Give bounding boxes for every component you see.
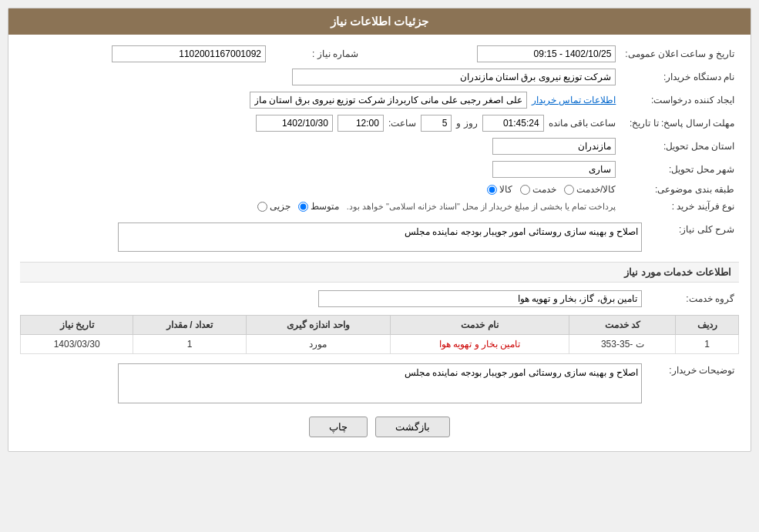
col-date: تاریخ نیاز xyxy=(21,316,133,335)
time-label: ساعت: xyxy=(388,118,416,129)
services-section-header: اطلاعات خدمات مورد نیاز xyxy=(20,262,739,283)
send-deadline-label: مهلت ارسال پاسخ: تا تاریخ: xyxy=(620,112,739,135)
category-label: طبقه بندی موضوعی: xyxy=(620,181,739,198)
col-row-num: ردیف xyxy=(676,316,739,335)
city-input xyxy=(492,161,616,178)
announce-input xyxy=(477,45,616,62)
cell-unit: مورد xyxy=(246,335,390,354)
category-khadamat-item: خدمت xyxy=(520,184,556,195)
purchase-jozii-item: جزیی xyxy=(257,201,291,212)
days-input xyxy=(421,115,452,132)
category-khadamat-radio[interactable] xyxy=(520,185,530,195)
category-kala-khadamat-item: کالا/خدمت xyxy=(564,184,616,195)
date-input xyxy=(256,115,333,132)
row-buyer-org: نام دستگاه خریدار: xyxy=(20,65,739,89)
row-province: استان محل تحویل: xyxy=(20,135,739,158)
row-send-deadline: مهلت ارسال پاسخ: تا تاریخ: ساعت باقی مان… xyxy=(20,112,739,135)
cell-row-num: 1 xyxy=(676,335,739,354)
service-group-table: گروه خدمت: xyxy=(20,287,739,310)
description-table: شرح کلی نیاز: xyxy=(20,219,739,257)
announce-value xyxy=(394,42,620,65)
service-group-input xyxy=(318,290,642,307)
page-container: جزئیات اطلاعات نیاز تاریخ و ساعت اعلان ع… xyxy=(0,0,759,532)
category-kala-label: کالا xyxy=(499,184,512,195)
creator-label: ایجاد کننده درخواست: xyxy=(620,89,739,112)
category-kala-radio[interactable] xyxy=(487,185,497,195)
description-row: شرح کلی نیاز: xyxy=(20,219,739,257)
need-number-input xyxy=(112,45,266,62)
table-row: 1 ت -35-353 تامین بخار و تهویه هوا مورد … xyxy=(21,335,739,354)
category-kala-item: کالا xyxy=(487,184,512,195)
purchase-type-label: نوع فرآیند خرید : xyxy=(620,198,739,215)
contact-link[interactable]: اطلاعات تماس خریدار xyxy=(532,95,616,105)
row-category: طبقه بندی موضوعی: کالا/خدمت خدمت xyxy=(20,181,739,198)
description-label: شرح کلی نیاز: xyxy=(646,219,739,257)
category-khadamat-label: خدمت xyxy=(532,184,556,195)
category-kala-khadamat-label: کالا/خدمت xyxy=(576,184,616,195)
service-group-label: گروه خدمت: xyxy=(646,287,739,310)
purchase-motavaset-radio[interactable] xyxy=(298,202,308,212)
row-city: شهر محل تحویل: xyxy=(20,158,739,181)
button-group: بازگشت چاپ xyxy=(20,417,739,437)
need-number-label: شماره نیاز : xyxy=(270,42,363,65)
purchase-note: پرداخت تمام یا بخشی از مبلغ خریدار از مح… xyxy=(347,202,616,212)
announce-label: تاریخ و ساعت اعلان عمومی: xyxy=(620,42,739,65)
creator-value: اطلاعات تماس خریدار xyxy=(20,89,620,112)
col-quantity: تعداد / مقدار xyxy=(133,316,246,335)
content-area: تاریخ و ساعت اعلان عمومی: شماره نیاز : ن… xyxy=(8,35,751,451)
remaining-label: ساعت باقی مانده xyxy=(549,118,616,129)
purchase-jozii-label: جزیی xyxy=(270,201,291,212)
time-input xyxy=(338,115,384,132)
notes-table: توضیحات خریدار: xyxy=(20,360,739,409)
remaining-input xyxy=(482,115,544,132)
col-unit: واحد اندازه گیری xyxy=(246,316,390,335)
purchase-jozii-radio[interactable] xyxy=(257,202,267,212)
row-need-number: تاریخ و ساعت اعلان عمومی: شماره نیاز : xyxy=(20,42,739,65)
cell-quantity: 1 xyxy=(133,335,246,354)
row-purchase-type: نوع فرآیند خرید : پرداخت تمام یا بخشی از… xyxy=(20,198,739,215)
notes-textarea xyxy=(118,363,642,403)
buyer-org-value xyxy=(20,65,620,89)
cell-name: تامین بخار و تهویه هوا xyxy=(390,335,569,354)
days-label: روز و xyxy=(456,118,477,129)
city-label: شهر محل تحویل: xyxy=(620,158,739,181)
purchase-motavaset-label: متوسط xyxy=(311,201,339,212)
need-number-value xyxy=(20,42,270,65)
purchase-motavaset-item: متوسط xyxy=(298,201,339,212)
province-input xyxy=(492,138,616,155)
category-kala-khadamat-radio[interactable] xyxy=(564,185,574,195)
buyer-org-input xyxy=(292,69,616,85)
notes-row: توضیحات خریدار: xyxy=(20,360,739,409)
info-table: تاریخ و ساعت اعلان عمومی: شماره نیاز : ن… xyxy=(20,42,739,215)
col-name: نام خدمت xyxy=(390,316,569,335)
notes-label: توضیحات خریدار: xyxy=(646,360,739,409)
creator-input xyxy=(250,92,527,109)
buyer-org-label: نام دستگاه خریدار: xyxy=(620,65,739,89)
print-button[interactable]: چاپ xyxy=(309,417,368,437)
page-title: جزئیات اطلاعات نیاز xyxy=(331,15,428,28)
services-table-header: ردیف کد خدمت نام خدمت واحد اندازه گیری ت… xyxy=(21,316,739,335)
cell-code: ت -35-353 xyxy=(569,335,676,354)
page-header: جزئیات اطلاعات نیاز xyxy=(8,8,751,35)
row-creator: ایجاد کننده درخواست: اطلاعات تماس خریدار xyxy=(20,89,739,112)
cell-date: 1403/03/30 xyxy=(21,335,133,354)
main-box: جزئیات اطلاعات نیاز تاریخ و ساعت اعلان ع… xyxy=(8,8,751,452)
description-textarea xyxy=(118,223,642,252)
back-button[interactable]: بازگشت xyxy=(375,417,450,437)
col-code: کد خدمت xyxy=(569,316,676,335)
province-label: استان محل تحویل: xyxy=(620,135,739,158)
services-table: ردیف کد خدمت نام خدمت واحد اندازه گیری ت… xyxy=(20,315,739,354)
service-group-row: گروه خدمت: xyxy=(20,287,739,310)
